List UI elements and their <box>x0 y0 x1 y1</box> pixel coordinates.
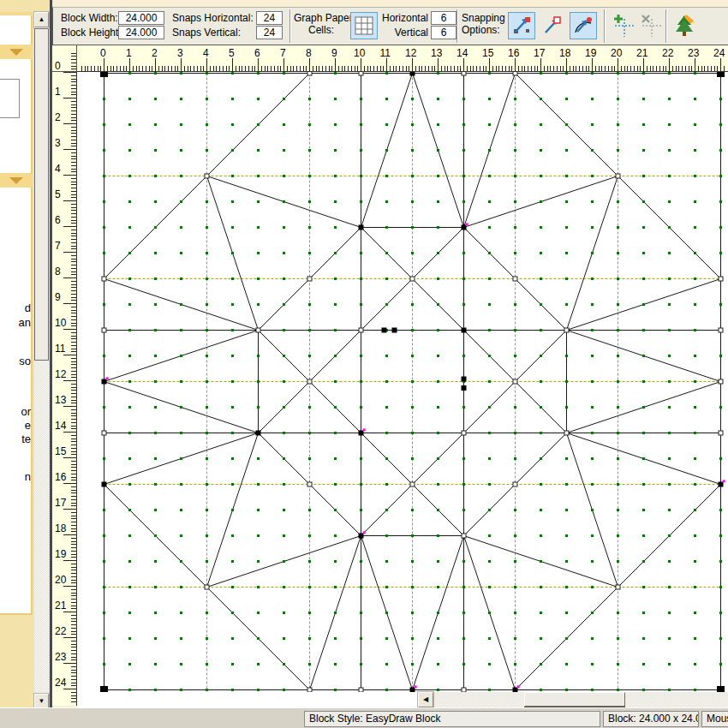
scroll-up-button[interactable]: ▲ <box>34 12 49 27</box>
v-ruler-number: 22 <box>55 625 66 637</box>
status-block-size: Block: 24.000 x 24.000 (ins) <box>603 711 699 727</box>
graph-vertical-input[interactable]: 6 <box>431 26 456 39</box>
block-settings-toolbar: Block Width: Block Height: 24.000 24.000… <box>52 7 728 45</box>
scroll-left-button[interactable]: ◀ <box>418 692 433 707</box>
sidebar-section-header[interactable] <box>0 45 33 59</box>
down-arrow-icon: ▼ <box>39 697 45 705</box>
chevron-down-icon <box>9 177 23 184</box>
h-ruler-number: 17 <box>534 47 545 59</box>
h-ruler-number: 3 <box>177 47 183 59</box>
graph-horizontal-input[interactable]: 6 <box>431 11 456 25</box>
v-ruler-number: 21 <box>55 600 66 612</box>
block-height-input[interactable]: 24.000 <box>118 26 164 39</box>
sidebar-text-fragment: an <box>0 316 31 329</box>
v-ruler-number: 6 <box>55 214 61 226</box>
v-ruler-number: 24 <box>55 677 66 689</box>
v-ruler-number: 14 <box>55 420 66 432</box>
v-ruler-number: 16 <box>55 471 66 483</box>
snap-to-node-button[interactable] <box>539 12 566 39</box>
h-ruler-number: 7 <box>280 47 286 59</box>
graph-paper-cells-button[interactable] <box>350 12 378 39</box>
h-ruler-number: 18 <box>559 47 570 59</box>
status-mouse-position: Mouse H: 0.30 V: 3.30 <box>701 711 728 727</box>
h-ruler-number: 13 <box>431 47 442 59</box>
h-ruler-number: 9 <box>331 47 337 59</box>
easydraw-block-worktable: dansooreten ▲ ▼ Block Width: Block Heigh… <box>0 0 728 728</box>
toolbar-separator <box>665 9 666 43</box>
canvas-horizontal-scrollbar[interactable]: ◀ <box>77 692 728 707</box>
graph-paper-label: Cells: <box>294 24 349 36</box>
snaps-vertical-input[interactable]: 24 <box>256 26 283 39</box>
snaps-horizontal-input[interactable]: 24 <box>256 11 283 25</box>
sidebar-vertical-scrollbar[interactable]: ▲ ▼ <box>34 12 49 709</box>
quilt-block-drawing <box>77 72 728 692</box>
toolbar-separator <box>289 9 290 43</box>
h-ruler-number: 2 <box>152 47 158 59</box>
toolbar-separator <box>604 9 605 43</box>
h-ruler-number: 20 <box>611 47 622 59</box>
h-ruler-number: 0 <box>100 47 106 59</box>
tree-tool-button[interactable] <box>671 12 699 39</box>
h-ruler-number: 11 <box>380 47 391 59</box>
h-ruler-number: 6 <box>254 47 260 59</box>
v-ruler-number: 13 <box>55 394 66 406</box>
h-ruler-number: 5 <box>229 47 235 59</box>
block-width-label: Block Width: <box>61 12 118 24</box>
sidebar-panel: dansooreten <box>0 15 33 615</box>
grid-setup-icon <box>613 14 636 38</box>
left-arrow-icon: ◀ <box>423 695 428 703</box>
h-ruler-number: 10 <box>354 47 365 59</box>
vertical-ruler: 0123456789101112131415161718192021222324 <box>52 72 77 706</box>
scrollbar-thumb[interactable] <box>524 692 625 707</box>
v-ruler-number: 19 <box>55 548 66 560</box>
v-ruler-number: 4 <box>55 163 61 175</box>
snap-to-grid-button[interactable] <box>508 12 535 39</box>
snapping-options-label: Options: <box>462 24 500 36</box>
block-width-input[interactable]: 24.000 <box>118 11 164 25</box>
h-ruler-number: 12 <box>405 47 416 59</box>
graph-paper-label: Graph Paper <box>294 12 349 24</box>
snap-to-grid-icon <box>511 15 532 36</box>
toolbar-separator <box>456 9 457 43</box>
v-ruler-number: 11 <box>55 343 65 355</box>
scrollbar-thumb[interactable] <box>34 28 49 361</box>
horizontal-label: Horizontal <box>382 12 428 24</box>
status-block-style: Block Style: EasyDraw Block <box>304 711 600 727</box>
snap-to-drawing-icon <box>573 15 594 36</box>
block-preview-swatch[interactable] <box>0 79 20 118</box>
drawing-canvas[interactable] <box>77 72 728 692</box>
status-bar: Block Style: EasyDraw Block Block: 24.00… <box>0 707 728 728</box>
snaps-horizontal-label: Snaps Horizontal: <box>172 12 254 24</box>
v-ruler-number: 7 <box>55 240 61 252</box>
h-ruler-number: 23 <box>688 47 699 59</box>
v-ruler-number: 10 <box>55 317 66 329</box>
up-arrow-icon: ▲ <box>39 15 45 23</box>
no-snap-button[interactable] <box>638 12 665 39</box>
h-ruler-number: 19 <box>585 47 596 59</box>
grid-setup-button[interactable] <box>611 12 638 39</box>
graph-paper-grid-icon <box>355 16 373 35</box>
sidebar-text-fragment: te <box>0 433 31 445</box>
tree-icon <box>673 14 697 38</box>
vertical-label: Vertical <box>382 27 428 39</box>
h-ruler-number: 24 <box>713 47 725 59</box>
v-ruler-number: 5 <box>55 188 61 200</box>
sidebar-text-fragment: or <box>0 405 31 418</box>
v-ruler-number: 2 <box>55 111 61 123</box>
h-ruler-number: 4 <box>203 47 209 59</box>
h-ruler-number: 22 <box>662 47 673 59</box>
h-ruler-number: 16 <box>508 47 519 59</box>
v-ruler-number: 15 <box>55 445 66 457</box>
h-ruler-number: 14 <box>456 47 468 59</box>
no-snap-icon <box>641 14 663 38</box>
sidebar-text-fragment: n <box>0 470 31 483</box>
snap-to-node-icon <box>542 15 563 36</box>
sidebar-palette: dansooreten ▲ ▼ <box>0 0 53 707</box>
snap-to-drawing-button[interactable] <box>570 12 597 39</box>
v-ruler-number: 1 <box>55 86 61 98</box>
h-ruler-number: 1 <box>126 47 132 59</box>
v-ruler-number: 0 <box>55 60 61 72</box>
horizontal-ruler: 0123456789101112131415161718192021222324 <box>77 45 728 72</box>
sidebar-section-header[interactable] <box>0 173 33 188</box>
sidebar-text-fragment: d <box>0 301 31 314</box>
